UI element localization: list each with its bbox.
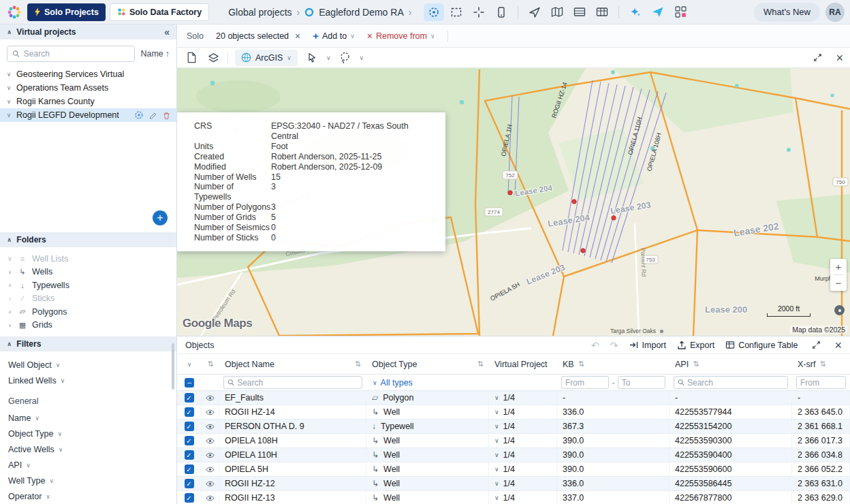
circle-select-tool-icon[interactable] bbox=[424, 3, 444, 21]
sort-icon[interactable]: ⇅ bbox=[819, 360, 825, 368]
table-row[interactable]: ✓ EF_Faults ▱Polygon ∨1/4 - - - bbox=[177, 391, 850, 405]
project-search-input[interactable] bbox=[24, 49, 130, 59]
row-checkbox[interactable]: ✓ bbox=[185, 479, 194, 488]
virtual-projects-header[interactable]: ∧ Virtual projects « bbox=[0, 25, 176, 40]
select-all-dropdown[interactable]: ∨ bbox=[187, 361, 192, 368]
location-arrow-icon[interactable] bbox=[524, 3, 545, 21]
whats-new-button[interactable]: What's New bbox=[754, 3, 820, 22]
folder-item[interactable]: › ↓ Typewells bbox=[0, 279, 176, 292]
name-filter-input[interactable] bbox=[237, 378, 358, 388]
undo-icon[interactable]: ↶ bbox=[591, 340, 599, 351]
name-filter-box[interactable] bbox=[223, 376, 362, 389]
type-filter-dropdown[interactable]: ∨ All types bbox=[371, 378, 415, 388]
visibility-toggle[interactable] bbox=[202, 462, 219, 476]
table-row[interactable]: ✓ OPIELA 5H ↳Well ∨1/4 390.0 42255359060… bbox=[177, 462, 850, 477]
api-filter-input[interactable] bbox=[687, 378, 784, 388]
folder-item[interactable]: › ▦ Grids bbox=[0, 319, 176, 332]
xsrf-from-box[interactable] bbox=[796, 376, 846, 389]
close-map-icon[interactable]: × bbox=[836, 52, 843, 64]
ai-assistant-icon[interactable] bbox=[625, 3, 646, 21]
row-checkbox[interactable]: ✓ bbox=[185, 493, 194, 503]
kb-from-box[interactable] bbox=[561, 376, 609, 389]
add-virtual-project-button[interactable]: + bbox=[153, 210, 168, 225]
send-icon[interactable] bbox=[648, 3, 668, 21]
basemap-selector[interactable]: ArcGIS ∨ bbox=[235, 50, 298, 66]
cursor-tool-icon[interactable] bbox=[304, 50, 319, 65]
visibility-toggle[interactable] bbox=[202, 434, 219, 447]
column-kb[interactable]: KB bbox=[563, 360, 574, 369]
sort-icon[interactable]: ⇅ bbox=[355, 360, 361, 368]
table-row[interactable]: ✓ ROGII HZ-14 ↳Well ∨1/4 336.0 422553577… bbox=[177, 405, 850, 420]
chevron-down-icon[interactable]: ∨ bbox=[326, 54, 331, 61]
sort-icon[interactable]: ⇅ bbox=[693, 360, 699, 368]
import-button[interactable]: Import bbox=[629, 341, 666, 350]
zoom-out-button[interactable]: − bbox=[830, 275, 847, 291]
sort-by-name-button[interactable]: Name ↑ bbox=[140, 49, 170, 59]
visibility-toggle[interactable] bbox=[202, 491, 219, 504]
sort-icon[interactable]: ⇅ bbox=[477, 360, 484, 368]
map-icon[interactable] bbox=[547, 3, 567, 21]
select-all-checkbox[interactable]: – bbox=[185, 378, 194, 388]
row-checkbox[interactable]: ✓ bbox=[185, 407, 194, 417]
table-row[interactable]: ✓ OPIELA 108H ↳Well ∨1/4 390.0 422553590… bbox=[177, 434, 850, 448]
filter-dropdown[interactable]: Linked Wells ∨ bbox=[0, 373, 176, 388]
delete-icon[interactable] bbox=[162, 111, 171, 120]
row-checkbox[interactable]: ✓ bbox=[185, 422, 194, 431]
table-view-icon[interactable] bbox=[569, 3, 590, 21]
apps-grid-icon[interactable] bbox=[670, 3, 691, 21]
visibility-toggle[interactable] bbox=[202, 477, 219, 490]
remove-from-button[interactable]: × Remove from ∨ bbox=[367, 31, 435, 42]
lasso-tool-icon[interactable] bbox=[337, 50, 352, 65]
expand-chevron-icon[interactable]: ∨ bbox=[7, 255, 13, 262]
document-icon[interactable] bbox=[184, 50, 199, 65]
virtual-project-cell[interactable]: ∨1/4 bbox=[489, 405, 557, 419]
visibility-toggle[interactable] bbox=[202, 405, 219, 419]
folder-item[interactable]: › ▱ Polygons bbox=[0, 305, 176, 319]
folder-item[interactable]: › ∕ Sticks bbox=[0, 292, 176, 306]
layers-icon[interactable] bbox=[206, 50, 221, 65]
breadcrumb-global-projects[interactable]: Global projects bbox=[228, 7, 292, 18]
close-panel-icon[interactable]: × bbox=[834, 339, 842, 351]
column-virtual-project[interactable]: Virtual Project bbox=[494, 360, 548, 369]
virtual-project-cell[interactable]: ∨1/4 bbox=[489, 448, 557, 462]
virtual-project-item[interactable]: ∨ Operations Team Assets bbox=[0, 81, 176, 95]
table-row[interactable]: ✓ PERSON OTHA D. 9 ↓Typewell ∨1/4 367.3 … bbox=[177, 420, 850, 434]
expand-map-icon[interactable] bbox=[810, 50, 825, 65]
mobile-device-icon[interactable] bbox=[491, 3, 511, 21]
row-checkbox[interactable]: ✓ bbox=[185, 464, 194, 474]
collapse-sidebar-icon[interactable]: « bbox=[164, 27, 170, 37]
row-checkbox[interactable]: ✓ bbox=[185, 393, 194, 403]
visibility-toggle[interactable] bbox=[202, 448, 219, 462]
zoom-in-button[interactable]: + bbox=[830, 259, 847, 274]
folder-item[interactable]: › ↳ Wells bbox=[0, 266, 176, 279]
sidebar-scrollbar[interactable] bbox=[172, 343, 174, 390]
expand-chevron-icon[interactable]: › bbox=[7, 321, 13, 329]
chevron-down-icon[interactable]: ∨ bbox=[359, 54, 364, 61]
expand-chevron-icon[interactable]: › bbox=[7, 308, 13, 315]
kb-to-box[interactable] bbox=[618, 376, 665, 389]
folder-item[interactable]: ∨ ≡ Well Lists bbox=[0, 252, 176, 266]
virtual-project-item[interactable]: ∨ Rogii LEGFD Development bbox=[0, 108, 176, 122]
spreadsheet-view-icon[interactable] bbox=[592, 3, 612, 21]
filters-header[interactable]: ∧ Filters bbox=[0, 336, 176, 351]
sort-icon[interactable]: ⇅ bbox=[578, 360, 584, 368]
filter-dropdown[interactable]: Well Type ∨ bbox=[0, 473, 176, 488]
filter-dropdown[interactable]: Operator ∨ bbox=[0, 488, 176, 504]
column-object-type[interactable]: Object Type bbox=[372, 360, 417, 369]
xsrf-from-input[interactable] bbox=[800, 378, 842, 388]
visibility-toggle[interactable] bbox=[202, 420, 219, 433]
column-object-name[interactable]: Object Name bbox=[225, 360, 274, 369]
visibility-toggle[interactable] bbox=[202, 391, 219, 405]
filter-dropdown[interactable]: Active Wells ∨ bbox=[0, 441, 176, 457]
virtual-project-cell[interactable]: ∨1/4 bbox=[489, 491, 557, 504]
solo-data-factory-button[interactable]: Solo Data Factory bbox=[110, 3, 209, 21]
edit-icon[interactable] bbox=[148, 111, 157, 120]
folders-header[interactable]: ∧ Folders bbox=[0, 232, 176, 247]
export-button[interactable]: Export bbox=[677, 341, 714, 350]
compass-button[interactable] bbox=[834, 305, 845, 315]
table-row[interactable]: ✓ ROGII HZ-13 ↳Well ∨1/4 337.0 422567877… bbox=[177, 491, 850, 504]
virtual-project-cell[interactable]: ∨1/4 bbox=[489, 391, 557, 405]
virtual-project-cell[interactable]: ∨1/4 bbox=[489, 434, 557, 447]
rectangle-select-icon[interactable] bbox=[446, 3, 467, 21]
crosshair-icon[interactable] bbox=[469, 3, 489, 21]
